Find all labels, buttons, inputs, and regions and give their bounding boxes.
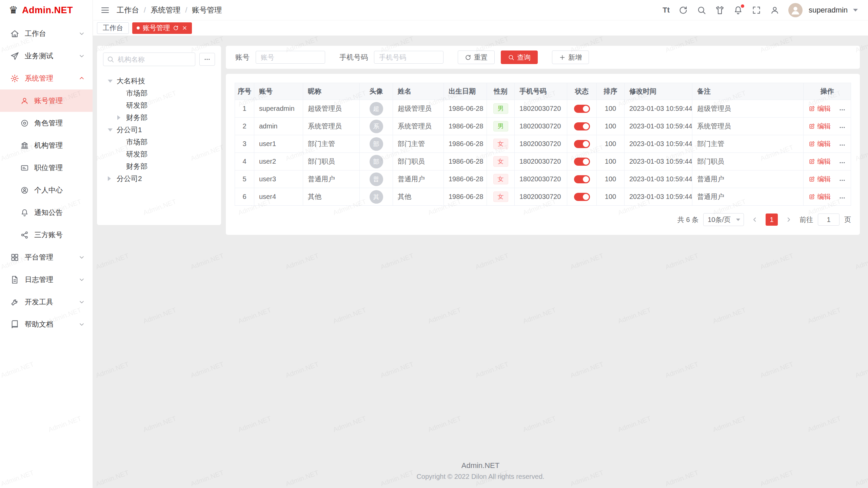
sidebar-item-personal-center[interactable]: 个人中心 — [0, 179, 93, 201]
edit-button[interactable]: 编辑 — [809, 175, 831, 184]
tree-node[interactable]: 财务部 — [103, 111, 215, 124]
sidebar-item-help-docs[interactable]: 帮助文档 — [0, 313, 93, 336]
sidebar-item-notice[interactable]: 通知公告 — [0, 201, 93, 224]
breadcrumb-separator: / — [185, 6, 187, 15]
notification-button[interactable] — [733, 5, 743, 15]
edit-button[interactable]: 编辑 — [809, 122, 831, 131]
col-account: 账号 — [254, 83, 303, 100]
sidebar-item-workbench[interactable]: 工作台 — [0, 22, 93, 45]
caret-down-icon[interactable] — [108, 80, 113, 83]
building-icon — [20, 141, 29, 150]
row-avatar: 普 — [370, 172, 383, 186]
page-size-select[interactable]: 10条/页 — [703, 213, 744, 226]
font-size-button[interactable]: Tt — [663, 6, 670, 15]
goto-page-input[interactable] — [818, 214, 840, 226]
add-button[interactable]: 新增 — [552, 50, 589, 64]
row-more-button[interactable] — [839, 106, 846, 113]
status-toggle[interactable] — [574, 175, 590, 183]
org-more-button[interactable] — [199, 53, 215, 66]
prev-page-button[interactable] — [749, 214, 761, 226]
cell-modified: 2023-01-03 10:59:44 — [625, 170, 692, 188]
breadcrumb: 工作台 / 系统管理 / 账号管理 — [117, 5, 222, 15]
breadcrumb-item[interactable]: 系统管理 — [151, 5, 180, 15]
sidebar-item-system-management[interactable]: 系统管理 — [0, 67, 93, 89]
logo-icon: ♛ — [9, 5, 18, 15]
grid-icon — [10, 253, 19, 262]
refresh-button[interactable] — [678, 5, 688, 15]
sidebar-item-position-management[interactable]: 职位管理 — [0, 157, 93, 179]
document-icon — [10, 275, 19, 284]
caret-down-icon[interactable] — [108, 128, 113, 131]
collapse-menu-button[interactable] — [100, 5, 110, 15]
fullscreen-button[interactable] — [752, 5, 761, 15]
sidebar-item-org-management[interactable]: 机构管理 — [0, 134, 93, 157]
cell-birthdate: 1986-06-28 — [444, 118, 487, 135]
sidebar-item-log-management[interactable]: 日志管理 — [0, 268, 93, 291]
footer-copyright: Copyright © 2022 Dilon All rights reserv… — [93, 473, 868, 481]
row-more-button[interactable] — [839, 177, 846, 184]
sidebar-item-platform-management[interactable]: 平台管理 — [0, 246, 93, 268]
sidebar-item-dev-tools[interactable]: 开发工具 — [0, 291, 93, 313]
search-button[interactable] — [697, 5, 706, 15]
sidebar-item-role-management[interactable]: 角色管理 — [0, 112, 93, 134]
cell-modified: 2023-01-03 10:59:44 — [625, 118, 692, 135]
page-number-current[interactable]: 1 — [766, 214, 778, 226]
tree-node[interactable]: 大名科技 — [103, 75, 215, 87]
tree-node[interactable]: 研发部 — [103, 148, 215, 160]
tree-node[interactable]: 分公司1 — [103, 124, 215, 136]
caret-right-icon[interactable] — [117, 115, 120, 120]
tree-node[interactable]: 市场部 — [103, 136, 215, 148]
chevron-down-icon — [78, 53, 85, 59]
cell-status — [567, 170, 597, 188]
tree-node[interactable]: 分公司2 — [103, 172, 215, 185]
row-more-button[interactable] — [839, 195, 846, 201]
status-toggle[interactable] — [574, 193, 590, 201]
reset-button[interactable]: 重置 — [458, 50, 495, 64]
cell-nickname: 系统管理员 — [303, 118, 360, 135]
caret-right-icon[interactable] — [108, 176, 111, 181]
phone-input[interactable] — [374, 51, 443, 64]
tab-workbench[interactable]: 工作台 — [97, 22, 129, 34]
gender-badge: 女 — [493, 139, 508, 149]
sidebar-item-business-test[interactable]: 业务测试 — [0, 45, 93, 67]
sidebar-item-account-management[interactable]: 账号管理 — [0, 89, 93, 112]
cell-account: user3 — [254, 170, 303, 188]
tree-node[interactable]: 市场部 — [103, 87, 215, 99]
cell-status — [567, 118, 597, 135]
search-button[interactable]: 查询 — [501, 50, 538, 64]
chevron-down-icon[interactable] — [853, 9, 858, 12]
cell-birthdate: 1986-06-28 — [444, 188, 487, 206]
status-toggle[interactable] — [574, 105, 590, 113]
edit-button[interactable]: 编辑 — [809, 139, 831, 148]
status-toggle[interactable] — [574, 158, 590, 166]
cell-remark: 超级管理员 — [692, 100, 804, 118]
row-more-button[interactable] — [839, 159, 846, 166]
tab-refresh-icon[interactable] — [173, 25, 179, 31]
row-more-button[interactable] — [839, 124, 846, 131]
tab-account-management[interactable]: 账号管理 — [132, 22, 192, 34]
logo[interactable]: ♛ Admin.NET — [0, 0, 93, 20]
cell-nickname: 普通用户 — [303, 170, 360, 188]
edit-button[interactable]: 编辑 — [809, 104, 831, 113]
chevron-down-icon — [78, 321, 85, 328]
breadcrumb-item[interactable]: 工作台 — [117, 5, 139, 15]
status-toggle[interactable] — [574, 140, 590, 148]
username[interactable]: superadmin — [809, 6, 848, 15]
tab-close-icon[interactable] — [182, 25, 188, 31]
account-input[interactable] — [256, 51, 325, 64]
sidebar-item-third-party-account[interactable]: 三方账号 — [0, 224, 93, 246]
avatar[interactable] — [788, 3, 803, 17]
edit-button[interactable]: 编辑 — [809, 157, 831, 166]
user-icon — [20, 97, 29, 105]
org-search-input[interactable] — [103, 53, 195, 66]
row-more-button[interactable] — [839, 142, 846, 148]
status-toggle[interactable] — [574, 122, 590, 130]
profile-settings-button[interactable] — [770, 5, 780, 15]
edit-button[interactable]: 编辑 — [809, 192, 831, 201]
theme-button[interactable] — [715, 5, 725, 15]
topbar-right: Tt — [663, 3, 858, 17]
tree-node[interactable]: 研发部 — [103, 99, 215, 111]
table-row: 2 admin 系统管理员 系 系统管理员 1986-06-28 男 18020… — [235, 118, 851, 135]
tree-node[interactable]: 财务部 — [103, 160, 215, 172]
next-page-button[interactable] — [783, 214, 795, 226]
